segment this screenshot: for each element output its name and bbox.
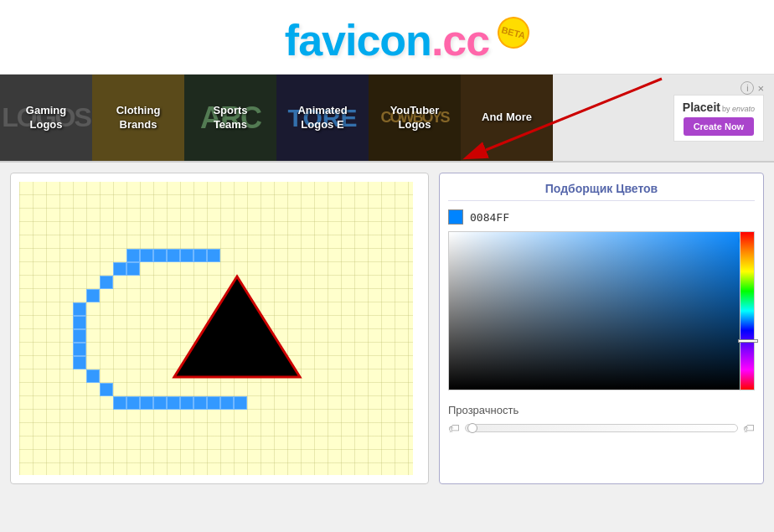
pixel[interactable] xyxy=(113,396,126,410)
transparency-label: Прозрачность xyxy=(448,404,755,416)
gradient-dark xyxy=(449,232,754,390)
color-gradient-box[interactable] xyxy=(448,231,755,390)
hex-color-swatch[interactable] xyxy=(448,209,463,225)
hex-value[interactable]: 0084FF xyxy=(470,211,509,224)
logo-prefix: favicon xyxy=(285,16,431,65)
pixel[interactable] xyxy=(180,396,194,410)
pixel[interactable] xyxy=(86,289,100,302)
ad-controls: i × xyxy=(734,78,771,98)
nav-item-sports-teams[interactable]: ARC SportsTeams xyxy=(184,75,276,161)
nav-label-youtuber: YouTuberLogos xyxy=(384,102,446,134)
nav-label-more: And More xyxy=(475,109,539,127)
logo-container: favicon.cc BETA xyxy=(285,15,489,65)
pixel[interactable] xyxy=(167,249,180,262)
pixel[interactable] xyxy=(73,316,86,329)
main-area: Подборщик Цветов 0084FF Прозрачность 🏷 🏷 xyxy=(0,163,774,494)
beta-badge: BETA xyxy=(494,13,534,53)
placeit-label: Placeit xyxy=(683,101,720,114)
transparency-slider[interactable] xyxy=(465,424,738,432)
pixel[interactable] xyxy=(100,383,113,396)
pixel[interactable] xyxy=(86,369,100,383)
nav-ad: i × Placeit by envato Create Now xyxy=(663,75,774,161)
gradient-container[interactable] xyxy=(448,231,755,390)
pixel[interactable] xyxy=(194,396,207,410)
header: favicon.cc BETA xyxy=(0,0,774,75)
nav-item-animated-logos[interactable]: TORE AnimatedLogos E xyxy=(276,75,369,161)
pixel[interactable] xyxy=(73,343,86,356)
pixel[interactable] xyxy=(73,302,86,316)
hue-cursor xyxy=(738,339,758,343)
logo-text: favicon.cc xyxy=(285,15,489,65)
nav-item-clothing-brands[interactable]: ClothingBrands xyxy=(92,75,184,161)
nav-label-animated: AnimatedLogos E xyxy=(291,102,353,134)
svg-marker-2 xyxy=(174,276,300,377)
pixel[interactable] xyxy=(234,396,247,410)
create-now-button[interactable]: Create Now xyxy=(684,117,755,136)
nav-label-clothing: ClothingBrands xyxy=(110,102,168,134)
transparency-thumb xyxy=(467,423,477,433)
transparency-left-icon: 🏷 xyxy=(448,421,460,435)
transparency-right-icon: 🏷 xyxy=(743,421,755,435)
pixel[interactable] xyxy=(73,329,86,343)
color-picker-title: Подборщик Цветов xyxy=(448,182,755,201)
pixel[interactable] xyxy=(194,249,207,262)
pixel[interactable] xyxy=(153,249,167,262)
pixel[interactable] xyxy=(100,276,113,289)
nav-item-and-more[interactable]: And More xyxy=(461,75,553,161)
pixel[interactable] xyxy=(207,249,220,262)
nav-item-youtuber-logos[interactable]: COWBOYS YouTuberLogos xyxy=(369,75,461,161)
pixel[interactable] xyxy=(126,249,140,262)
triangle-container xyxy=(170,272,304,381)
pixel[interactable] xyxy=(220,396,234,410)
pixel[interactable] xyxy=(113,262,126,276)
pixel[interactable] xyxy=(207,396,220,410)
ad-close-icon[interactable]: × xyxy=(757,82,764,95)
nav-strip: LOGOS GamingLogos ClothingBrands ARC Spo… xyxy=(0,75,774,163)
nav-label-sports: SportsTeams xyxy=(206,102,254,134)
pixel[interactable] xyxy=(153,396,167,410)
pixel[interactable] xyxy=(140,396,153,410)
pixel[interactable] xyxy=(126,262,140,276)
placeit-by: by envato xyxy=(722,105,755,113)
transparency-row: 🏷 🏷 xyxy=(448,421,755,435)
placeit-ad: Placeit by envato Create Now xyxy=(673,95,764,142)
nav-label-gaming: GamingLogos xyxy=(19,102,73,134)
hex-row: 0084FF xyxy=(448,209,755,225)
ad-info-icon[interactable]: i xyxy=(740,81,754,95)
canvas-panel[interactable] xyxy=(10,173,429,484)
pixel[interactable] xyxy=(73,356,86,369)
hue-slider[interactable] xyxy=(740,231,755,390)
pixel[interactable] xyxy=(167,396,180,410)
color-picker-panel: Подборщик Цветов 0084FF Прозрачность 🏷 🏷 xyxy=(439,173,764,484)
logo-suffix: .cc xyxy=(431,16,489,65)
nav-item-gaming-logos[interactable]: LOGOS GamingLogos xyxy=(0,75,92,161)
triangle-svg xyxy=(170,272,304,381)
pixel[interactable] xyxy=(140,249,153,262)
pixel-canvas[interactable] xyxy=(19,182,413,475)
pixel[interactable] xyxy=(126,396,140,410)
pixel[interactable] xyxy=(180,249,194,262)
